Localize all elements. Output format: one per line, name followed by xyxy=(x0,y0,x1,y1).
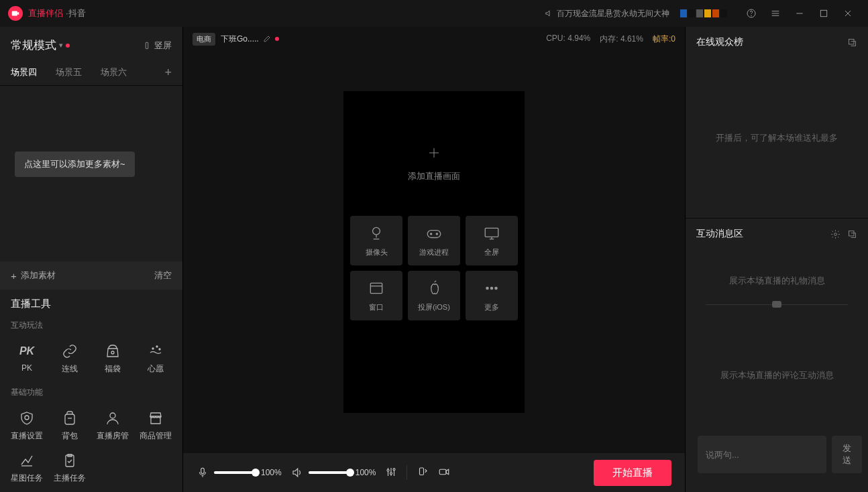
mic-icon[interactable] xyxy=(197,467,209,479)
speaker-volume-value: 100% xyxy=(356,468,376,477)
wish-icon xyxy=(148,343,164,359)
camera-icon xyxy=(368,225,385,242)
popout-icon[interactable] xyxy=(847,38,857,48)
edit-icon xyxy=(263,35,271,43)
svg-point-7 xyxy=(156,346,158,347)
audience-panel-body: 开播后，可了解本场谁送礼最多 xyxy=(686,58,868,219)
tool-goods[interactable]: 商品管理 xyxy=(134,405,177,447)
svg-rect-28 xyxy=(849,39,855,44)
more-icon xyxy=(483,280,500,297)
pk-icon: PK xyxy=(19,343,34,359)
basic-header: 基础功能 xyxy=(0,383,182,402)
svg-point-21 xyxy=(495,287,497,289)
shield-icon xyxy=(19,410,35,426)
speaker-volume-slider[interactable] xyxy=(309,471,350,474)
app-logo xyxy=(8,6,23,21)
camera-link-button[interactable] xyxy=(438,466,450,480)
svg-rect-18 xyxy=(370,283,382,293)
clear-materials-button[interactable]: 清空 xyxy=(154,269,172,282)
tool-lianmai[interactable]: 连线 xyxy=(48,338,91,380)
tool-wish[interactable]: 心愿 xyxy=(134,338,177,380)
svg-rect-26 xyxy=(420,468,424,475)
svg-point-20 xyxy=(490,287,492,289)
close-button[interactable] xyxy=(836,0,860,27)
mic-volume-value: 100% xyxy=(261,468,282,477)
gift-hint: 展示本场直播的礼物消息 xyxy=(692,263,861,299)
apple-icon xyxy=(425,280,443,297)
svg-rect-22 xyxy=(201,468,205,473)
tool-anchor-task[interactable]: 主播任务 xyxy=(48,447,91,489)
scene-tab-5[interactable]: 场景五 xyxy=(56,60,82,85)
tool-settings[interactable]: 直播设置 xyxy=(5,405,48,447)
phone-link-button[interactable] xyxy=(417,466,429,480)
backpack-icon xyxy=(62,410,78,426)
tool-fudai[interactable]: 福袋 xyxy=(91,338,134,380)
tool-pk[interactable]: PKPK xyxy=(5,338,48,380)
svg-point-19 xyxy=(486,287,488,289)
source-ios[interactable]: 投屏(iOS) xyxy=(408,271,460,320)
popout-icon[interactable] xyxy=(847,229,857,239)
chart-icon xyxy=(19,452,35,469)
app-name: 直播伴侣 xyxy=(28,7,63,19)
mixer-button[interactable] xyxy=(385,466,397,480)
svg-point-15 xyxy=(431,233,432,235)
title-indicator-dot xyxy=(275,37,279,41)
orientation-toggle[interactable]: 竖屏 xyxy=(142,40,172,52)
user-badges xyxy=(680,9,727,17)
interactive-header: 互动玩法 xyxy=(0,316,182,335)
maximize-button[interactable] xyxy=(812,0,836,27)
tools-header: 直播工具 xyxy=(0,290,182,316)
svg-point-11 xyxy=(110,413,115,418)
svg-point-8 xyxy=(159,349,160,350)
svg-point-5 xyxy=(111,351,114,354)
audience-panel-title: 在线观众榜 xyxy=(696,36,743,48)
chat-input[interactable] xyxy=(698,436,826,473)
svg-point-16 xyxy=(436,233,437,235)
window-icon xyxy=(368,280,385,297)
add-material-tooltip: 点这里可以添加更多素材~ xyxy=(15,151,135,177)
svg-rect-30 xyxy=(849,231,855,236)
tool-star-task[interactable]: 星图任务 xyxy=(5,447,48,489)
mode-indicator-dot xyxy=(66,44,70,48)
menu-button[interactable] xyxy=(763,0,788,27)
source-fullscreen[interactable]: 全屏 xyxy=(466,216,518,265)
send-button[interactable]: 发送 xyxy=(832,436,862,473)
messages-panel-title: 互动消息区 xyxy=(696,228,743,240)
source-camera[interactable]: 摄像头 xyxy=(350,216,402,265)
preview-canvas: 添加直播画面 摄像头 游戏进程 全屏 窗口 投屏(iOS) 更多 xyxy=(343,91,525,413)
speaker-icon[interactable] xyxy=(291,467,303,479)
add-scene-button[interactable]: + xyxy=(164,66,172,80)
store-icon xyxy=(148,410,164,426)
svg-rect-0 xyxy=(12,11,17,16)
svg-point-23 xyxy=(387,469,389,471)
scene-tab-6[interactable]: 场景六 xyxy=(101,60,127,85)
bag-icon xyxy=(105,343,121,359)
scene-content: 点这里可以添加更多素材~ xyxy=(0,86,182,261)
person-icon xyxy=(105,410,121,426)
scene-tab-4[interactable]: 场景四 xyxy=(11,60,37,85)
tool-moderator[interactable]: 直播房管 xyxy=(91,405,134,447)
source-game[interactable]: 游戏进程 xyxy=(408,216,460,265)
tool-backpack[interactable]: 背包 xyxy=(48,405,91,447)
source-window[interactable]: 窗口 xyxy=(350,271,402,320)
performance-stats: CPU: 4.94% 内存: 4.61% 帧率:0 xyxy=(546,34,675,45)
add-material-button[interactable]: + 添加素材 xyxy=(11,269,56,282)
help-button[interactable] xyxy=(739,0,763,27)
svg-rect-14 xyxy=(427,230,441,237)
start-live-button[interactable]: 开始直播 xyxy=(594,460,671,486)
add-stream-source[interactable]: 添加直播画面 xyxy=(408,145,460,182)
stream-title[interactable]: 下班Go..... xyxy=(221,34,279,45)
minimize-button[interactable] xyxy=(788,0,812,27)
svg-rect-27 xyxy=(440,469,447,475)
announcement[interactable]: 百万现金流星悬赏永劫无间大神 xyxy=(545,8,669,19)
panel-splitter[interactable] xyxy=(706,304,848,305)
svg-point-2 xyxy=(751,15,752,16)
link-icon xyxy=(62,343,78,359)
svg-point-25 xyxy=(393,468,395,470)
svg-rect-10 xyxy=(65,414,74,424)
source-more[interactable]: 更多 xyxy=(466,271,518,320)
settings-icon[interactable] xyxy=(830,229,840,239)
mic-volume-slider[interactable] xyxy=(214,471,256,474)
mode-selector[interactable]: 常规模式 ▾ xyxy=(11,38,70,53)
titlebar: 直播伴侣 ·抖音 百万现金流星悬赏永劫无间大神 xyxy=(0,0,868,27)
